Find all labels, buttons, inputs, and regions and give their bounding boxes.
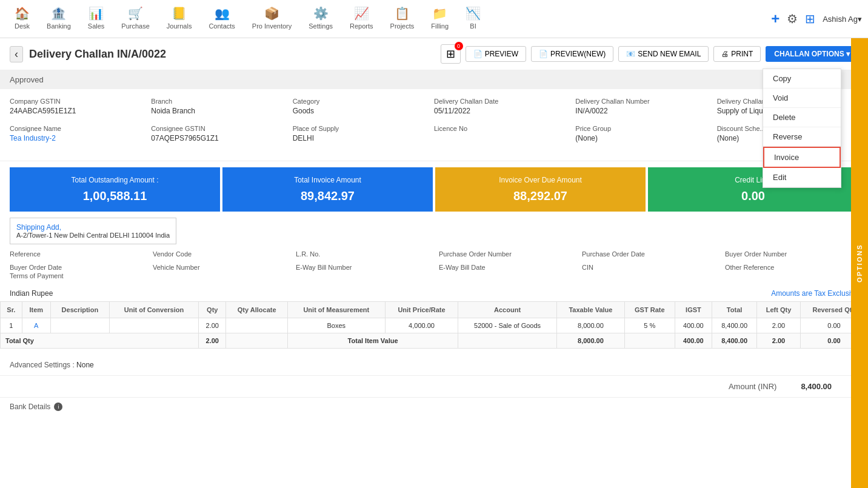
vendor-code-label: Vendor Code [153,250,286,258]
projects-icon: 📋 [395,6,410,21]
cell-taxable-value: 8,000.00 [556,318,624,333]
nav-projects[interactable]: 📋 Projects [382,0,423,38]
pro-inventory-icon: 📦 [264,6,279,21]
nav-sales-label: Sales [88,22,105,30]
nav-settings[interactable]: ⚙️ Settings [300,0,341,38]
licence-no-label: Licence No [434,125,566,132]
grid-button[interactable]: ⊞ [805,12,815,26]
fields-row-3: Terms of Payment [10,272,858,279]
nav-sales[interactable]: 📊 Sales [79,0,113,38]
delivery-number-col: Delivery Challan Number IN/A/0022 [575,98,707,115]
nav-journals[interactable]: 📒 Journals [158,0,201,38]
col-total: Total [712,302,757,318]
nav-desk[interactable]: 🏠 Desk [6,0,38,38]
cin-field: CIN [582,264,715,271]
cell-gst-rate: 5 % [625,318,675,333]
cell-qty-allocate [226,318,287,333]
dropdown-reverse[interactable]: Reverse [763,127,841,147]
purchase-order-number-field: Purchase Order Number [439,250,572,258]
nav-bi[interactable]: 📉 BI [457,0,489,38]
status-banner: Approved [0,70,868,89]
challan-options-button[interactable]: CHALLAN OPTIONS ▾ [766,46,858,62]
nav-reports-label: Reports [350,22,373,30]
print-button[interactable]: 🖨 PRINT [713,46,761,62]
category-value: Goods [293,107,424,115]
dropdown-edit[interactable]: Edit [763,168,841,187]
cell-item[interactable]: A [22,318,50,333]
gear-button[interactable]: ⚙ [787,12,798,26]
cell-unit-measurement: Boxes [287,318,385,333]
total-qty: 2.00 [199,333,226,349]
vehicle-number-label: Vehicle Number [153,264,286,271]
shipping-link[interactable]: Shipping Add, [16,223,61,232]
journals-icon: 📒 [172,6,187,21]
send-email-button[interactable]: 📧 SEND NEW EMAIL [618,46,709,62]
total-igst: 400.00 [675,333,712,349]
options-sidebar[interactable]: OPTIONS [851,38,868,488]
preview-button[interactable]: 📄 PREVIEW [466,46,526,62]
summary-boxes: Total Outstanding Amount : 1,00,588.11 T… [10,167,858,212]
header-actions: ⊞ 0 📄 PREVIEW 📄 PREVIEW(NEW) 📧 SEND NEW … [441,44,858,64]
nav-banking[interactable]: 🏦 Banking [38,0,79,38]
col-item: Item [22,302,50,318]
advanced-settings-label: Advanced Settings : [10,361,75,369]
col-account: Account [458,302,557,318]
terms-of-payment-label: Terms of Payment [10,272,858,279]
dropdown-void[interactable]: Void [763,89,841,108]
nav-desk-label: Desk [15,22,30,30]
table-header-row: Indian Rupee Amounts are Tax Exclusive [0,286,868,301]
bank-info-icon[interactable]: i [54,403,62,411]
col-qty-allocate: Qty Allocate [226,302,287,318]
col-unit-conversion: Unit of Conversion [109,302,198,318]
table-row: 1 A 2.00 Boxes 4,000.00 52000 - Sale of … [1,318,868,333]
cell-unit-price: 4,000.00 [385,318,458,333]
category-label: Category [293,98,424,105]
nav-contacts[interactable]: 👥 Contacts [200,0,243,38]
shipping-section: Shipping Add, A-2/Tower-1 New Delhi Cent… [10,218,858,244]
credit-value: 0.00 [658,189,849,203]
other-reference-label: Other Reference [725,264,858,271]
eway-bill-date-field: E-Way Bill Date [439,264,572,271]
table-section: Indian Rupee Amounts are Tax Exclusive S… [0,286,868,349]
add-button[interactable]: + [771,10,780,27]
table-header: Sr. Item Description Unit of Conversion … [1,302,868,318]
nav-banking-label: Banking [47,22,71,30]
back-button[interactable]: ‹ [10,46,23,62]
fields-row-2: Buyer Order Date Vehicle Number E-Way Bi… [10,264,858,271]
eway-bill-number-field: E-Way Bill Number [296,264,429,271]
tax-note: Amounts are Tax Exclusive [771,289,858,298]
dropdown-delete[interactable]: Delete [763,108,841,127]
place-of-supply-label: Place of Supply [293,125,424,132]
purchase-icon: 🛒 [128,6,143,21]
consignee-name-value[interactable]: Tea Industry-2 [10,134,141,142]
licence-no-col: Licence No [434,125,566,142]
table-total-row: Total Qty 2.00 Total Item Value 8,000.00… [1,333,868,349]
nav-pro-inventory[interactable]: 📦 Pro Inventory [244,0,300,38]
contacts-icon: 👥 [215,6,230,21]
col-left-qty: Left Qty [756,302,800,318]
challan-options-label: CHALLAN OPTIONS ▾ [774,50,850,58]
dropdown-copy[interactable]: Copy [763,69,841,89]
preview-new-button[interactable]: 📄 PREVIEW(NEW) [531,46,613,62]
bank-details-label: Bank Details [10,403,50,411]
vendor-code-field: Vendor Code [153,250,286,258]
user-menu[interactable]: Ashish Ag▾ [823,15,862,24]
notification-badge[interactable]: ⊞ 0 [441,44,461,64]
invoice-label: Total Invoice Amount [232,176,423,184]
amount-row: Amount (INR) 8,400.00 [0,375,868,397]
nav-purchase[interactable]: 🛒 Purchase [113,0,158,38]
dropdown-invoice[interactable]: Invoice [763,147,841,168]
consignee-name-label: Consignee Name [10,125,141,132]
delivery-number-label: Delivery Challan Number [575,98,707,105]
advanced-section: Advanced Settings : None [0,355,868,375]
eway-bill-date-label: E-Way Bill Date [439,264,572,271]
consignee-name-col: Consignee Name Tea Industry-2 [10,125,141,142]
overdue-box: Invoice Over Due Amount 88,292.07 [435,167,646,212]
purchase-order-number-label: Purchase Order Number [439,250,572,258]
other-reference-field: Other Reference [725,264,858,271]
preview-new-label: PREVIEW(NEW) [550,50,606,58]
branch-col: Branch Noida Branch [151,98,282,115]
nav-pro-inventory-label: Pro Inventory [252,22,292,30]
nav-filling[interactable]: 📁 Filling [422,0,457,38]
nav-reports[interactable]: 📈 Reports [341,0,382,38]
